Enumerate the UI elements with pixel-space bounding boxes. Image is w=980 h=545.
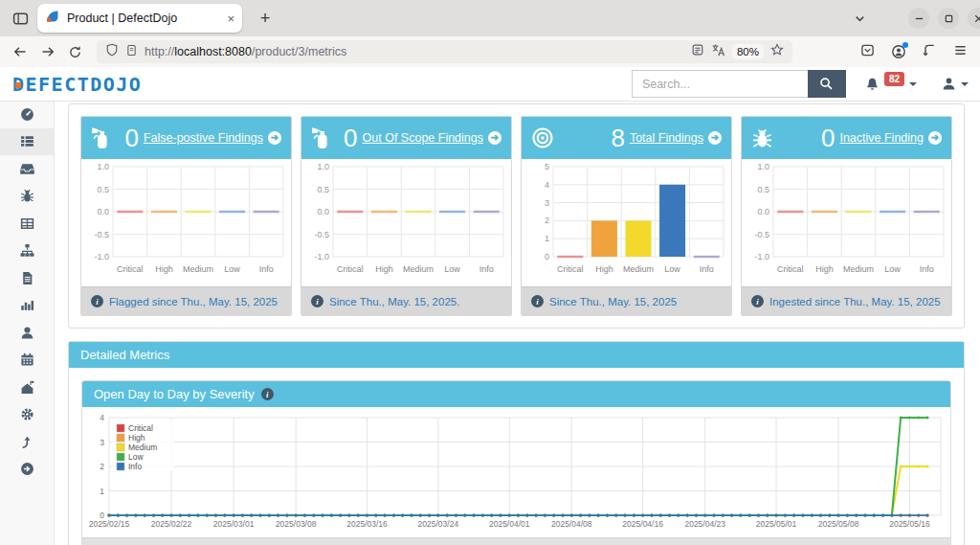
card-footer: Since Thu., May. 15, 2025. <box>301 286 511 315</box>
defectdojo-logo[interactable]: DEFECTDOJO <box>12 75 142 94</box>
notifications-menu[interactable]: 82 <box>865 77 917 92</box>
forward-icon[interactable] <box>40 44 56 59</box>
sidebar-item-logout[interactable] <box>0 456 54 484</box>
svg-text:5: 5 <box>544 162 548 171</box>
calendar-icon <box>20 352 34 367</box>
sidebar-item-products[interactable] <box>0 128 54 156</box>
sidebar-item-dashboard[interactable] <box>0 101 54 128</box>
maximize-window-button[interactable] <box>938 8 959 29</box>
arrow-circle-right-icon[interactable] <box>488 131 501 145</box>
svg-text:Low: Low <box>128 452 144 462</box>
navbar-search <box>632 70 846 98</box>
svg-text:0.5: 0.5 <box>317 184 329 193</box>
sidebar-item-engagements[interactable] <box>0 155 54 183</box>
list-all-tabs-icon[interactable] <box>853 11 867 26</box>
chart-panel-footer <box>82 537 950 545</box>
sidebar-item-metrics[interactable] <box>0 292 54 320</box>
info-icon[interactable] <box>261 388 274 400</box>
detailed-metrics-panel: Detailed Metrics Open Day to Day by Seve… <box>68 341 965 545</box>
svg-text:-0.5: -0.5 <box>754 229 769 238</box>
svg-text:High: High <box>375 264 393 274</box>
zoom-level-indicator[interactable]: 80% <box>732 44 764 59</box>
card-title-link[interactable]: Inactive Finding <box>839 131 924 145</box>
card-header: 0 Inactive Finding <box>742 117 951 159</box>
severity-mini-chart: 543210CriticalHighMediumLowInfo <box>524 159 729 287</box>
svg-text:2025/03/01: 2025/03/01 <box>213 519 255 529</box>
svg-text:-1.0: -1.0 <box>314 252 329 261</box>
close-tab-icon[interactable]: × <box>227 12 234 25</box>
translate-icon[interactable] <box>711 43 725 61</box>
shield-icon[interactable] <box>105 43 119 60</box>
user-menu[interactable] <box>942 77 969 91</box>
svg-text:Info: Info <box>258 264 273 274</box>
url-text[interactable]: http://localhost:8080/product/3/metrics <box>145 45 684 58</box>
svg-text:Info: Info <box>919 264 933 274</box>
card-title-link[interactable]: False-postive Findings <box>144 131 263 145</box>
close-window-button[interactable] <box>968 8 980 29</box>
import-icon <box>20 435 34 449</box>
sidebar-item-endpoints[interactable] <box>0 238 54 265</box>
info-icon <box>751 295 764 307</box>
svg-text:High: High <box>815 264 834 274</box>
menu-hamburger-icon[interactable] <box>953 43 968 61</box>
card-title-link[interactable]: Out Of Scope Findings <box>363 131 483 145</box>
sidebar-item-benchmarks[interactable] <box>0 374 54 401</box>
svg-text:Critical: Critical <box>128 423 153 433</box>
account-notification-dot <box>902 42 908 48</box>
new-tab-button[interactable]: + <box>254 9 277 29</box>
defectdojo-navbar: DEFECTDOJO 82 <box>0 67 980 102</box>
open-day-to-day-panel: Open Day to Day by Severity 012342025/02… <box>81 380 951 545</box>
minimize-window-button[interactable] <box>908 8 929 29</box>
sidebar-item-calendar[interactable] <box>0 347 54 375</box>
arrow-circle-right-icon[interactable] <box>928 131 942 145</box>
browser-tab[interactable]: Product | DefectDojo × <box>37 4 242 33</box>
svg-text:High: High <box>155 264 173 274</box>
svg-text:-0.5: -0.5 <box>94 229 109 238</box>
sidebar-item-configuration[interactable] <box>0 401 54 429</box>
back-icon[interactable] <box>12 44 28 59</box>
sidebar-item-reports[interactable] <box>0 264 54 292</box>
search-input[interactable] <box>632 70 808 98</box>
svg-text:3: 3 <box>100 438 104 447</box>
sidebar-item-findings[interactable] <box>0 183 54 211</box>
page-info-icon[interactable] <box>125 43 138 60</box>
svg-text:Critical: Critical <box>557 264 584 274</box>
defectdojo-favicon <box>45 9 60 28</box>
bookmark-star-icon[interactable] <box>770 43 784 60</box>
pocket-icon[interactable] <box>860 43 875 61</box>
arrow-circle-right-icon[interactable] <box>708 131 722 145</box>
arrow-circle-right-icon[interactable] <box>268 131 281 145</box>
search-button[interactable] <box>808 70 846 98</box>
reload-icon[interactable] <box>68 45 82 59</box>
account-icon[interactable] <box>891 44 906 59</box>
sidebar-item-users[interactable] <box>0 319 54 347</box>
reader-view-icon[interactable] <box>691 43 704 60</box>
svg-text:Medium: Medium <box>622 264 653 274</box>
metric-card-total-findings: 8 Total Findings 543210CriticalHighMediu… <box>521 116 732 316</box>
svg-text:1.0: 1.0 <box>317 162 329 171</box>
svg-text:0: 0 <box>544 252 548 261</box>
svg-text:Info: Info <box>699 264 713 274</box>
info-icon <box>311 295 323 307</box>
main-area: 0 False-postive Findings 1.00.50.0-0.5-1… <box>0 101 980 545</box>
search-icon <box>819 77 834 91</box>
url-field[interactable]: http://localhost:8080/product/3/metrics … <box>97 40 792 63</box>
card-title-link[interactable]: Total Findings <box>630 131 703 145</box>
benchmarks-icon <box>20 380 34 395</box>
svg-text:3: 3 <box>544 197 548 207</box>
sidebar-item-import[interactable] <box>0 428 54 456</box>
svg-text:2025/03/08: 2025/03/08 <box>276 519 317 529</box>
svg-text:2025/05/16: 2025/05/16 <box>889 519 930 529</box>
left-icon-sidebar <box>0 101 55 545</box>
svg-text:Low: Low <box>444 264 460 274</box>
svg-text:2025/04/16: 2025/04/16 <box>622 519 663 529</box>
svg-text:Critical: Critical <box>337 264 364 274</box>
dashboard-icon <box>20 107 34 122</box>
metric-card-out-of-scope: 0 Out Of Scope Findings 1.00.50.0-0.5-1.… <box>301 116 512 316</box>
firefox-view-button[interactable] <box>8 6 33 31</box>
sidebar-toggle-icon[interactable] <box>923 43 937 61</box>
svg-text:Low: Low <box>664 264 680 274</box>
svg-text:High: High <box>128 433 145 443</box>
svg-text:Low: Low <box>884 264 901 274</box>
sidebar-item-components[interactable] <box>0 210 54 238</box>
